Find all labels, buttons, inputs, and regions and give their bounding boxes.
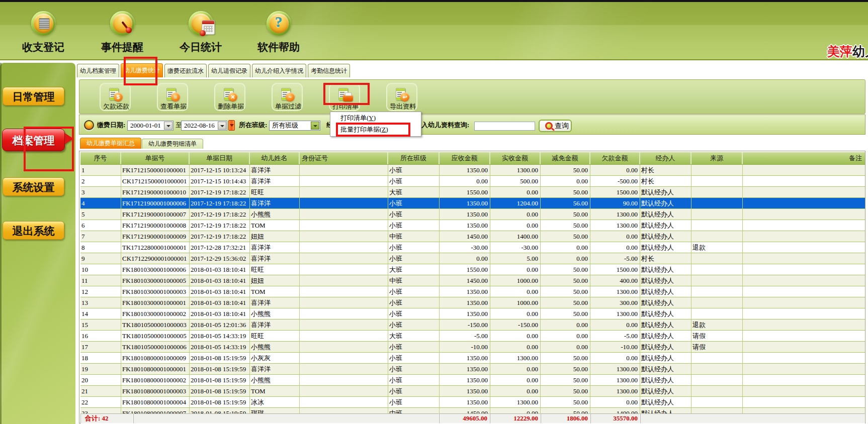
table-row[interactable]: 3FK171219000010000102017-12-19 17:18:22旺… [80, 187, 865, 198]
table-cell: FK18010300001000001 [121, 297, 190, 308]
table-cell: 大班 [388, 331, 440, 342]
table-cell: 14 [80, 308, 121, 320]
banner-shortcut[interactable]: ? 软件帮助 [248, 9, 309, 54]
table-row[interactable]: 21FK180108000010000032018-01-08 15:19:59… [80, 386, 865, 397]
table-row[interactable]: 18FK180108000010000092018-01-08 15:19:59… [80, 353, 865, 364]
table-header-cell[interactable]: 备注 [743, 152, 865, 164]
date-to-dropdown-icon[interactable] [218, 122, 226, 130]
main-tab[interactable]: 幼儿请假记录 [208, 64, 250, 77]
table-header-cell[interactable]: 单据日期 [190, 152, 250, 164]
table-row[interactable]: 14FK180103000010000022018-01-03 18:10:41… [80, 308, 865, 320]
table-row[interactable]: 20FK180108000010000022018-01-08 15:19:59… [80, 375, 865, 386]
table-row[interactable]: 19FK180108000010000012018-01-08 15:19:59… [80, 364, 865, 375]
table-cell: -5.00 [440, 331, 490, 342]
table-cell [691, 264, 743, 275]
table-cell [691, 176, 743, 187]
table-row[interactable]: 5FK171219000010000072017-12-19 17:18:22小… [80, 209, 865, 220]
table-cell: 大班 [388, 264, 440, 275]
active-arrow-icon [65, 133, 73, 144]
table-row[interactable]: 6FK171219000010000082017-12-19 17:18:22T… [80, 220, 865, 231]
toolbar-button-label: 欠款还款 [95, 102, 138, 111]
table-header-cell[interactable]: 幼儿姓名 [250, 152, 300, 164]
date-to-combo[interactable]: 2022-08-16 [181, 121, 227, 131]
sidebar-button[interactable]: 日常管理 [3, 87, 64, 105]
table-cell: FK18010300001000005 [121, 275, 190, 286]
table-cell: FK18010800001000001 [121, 364, 190, 375]
table-row[interactable]: 12FK180103000010000032018-01-03 18:10:41… [80, 286, 865, 297]
sidebar-button-label: 系统设置 [13, 181, 55, 193]
query-button[interactable]: 查询 [539, 120, 572, 132]
table-header-cell[interactable]: 减免金额 [541, 152, 590, 164]
main-tab[interactable]: 幼儿介绍入学情况 [252, 64, 306, 77]
table-header-cell[interactable]: 身份证号 [300, 152, 388, 164]
table-header-cell[interactable]: 所在班级 [388, 152, 440, 164]
main-tab[interactable]: 幼儿档案管理 [77, 64, 119, 77]
banner-shortcut[interactable]: ? 收支登记 [13, 9, 73, 54]
badge-icon [343, 94, 353, 101]
table-cell [300, 386, 388, 397]
date-filter-toggle-button[interactable] [228, 120, 235, 131]
table-header-cell[interactable]: 欠款金额 [590, 152, 640, 164]
toolbar-button[interactable]: ≡ 查看单据 [157, 83, 188, 111]
table-row[interactable]: 11FK180103000010000052018-01-03 18:10:41… [80, 275, 865, 286]
banner-shortcut[interactable]: ? 事件提醒 [92, 9, 152, 54]
table-cell: 0.00 [590, 353, 640, 364]
context-menu-item[interactable]: 打印清单(Y) [330, 112, 421, 124]
table-cell: 2018-01-08 15:19:59 [190, 353, 250, 364]
summary-cell: 12229.00 [490, 413, 541, 423]
table-header-cell[interactable]: 序号 [80, 152, 121, 164]
table-row[interactable]: 17TK180105000010000062018-01-05 14:33:19… [80, 342, 865, 353]
summary-cell: 合计: 42 [80, 413, 133, 423]
table-cell: 1300.00 [590, 386, 640, 397]
table-header-cell[interactable]: 来源 [691, 152, 743, 164]
main-tab[interactable]: 幼儿缴费统计 [121, 63, 163, 77]
table-row[interactable]: 10FK180103000010000062018-01-03 18:10:41… [80, 264, 865, 275]
toolbar-button[interactable]: ✕ 删除单据 [214, 83, 245, 111]
table-cell [300, 242, 388, 253]
toolbar-button[interactable]: ↩ 导出资料 [386, 83, 417, 111]
table-cell [743, 275, 865, 286]
class-dropdown-icon[interactable] [311, 122, 319, 130]
table-cell [743, 331, 865, 342]
table-row[interactable]: 2CK171215000010000012017-12-15 10:14:43喜… [80, 176, 865, 187]
sidebar-button[interactable]: 退出系统 [3, 221, 64, 240]
toolbar-button[interactable]: ~ 单据过滤 [272, 83, 303, 111]
table-header-cell[interactable]: 应收金额 [440, 152, 490, 164]
table-cell [300, 264, 388, 275]
search-input[interactable] [474, 122, 535, 131]
table-row[interactable]: 9CK171229000010000012017-12-29 15:36:02喜… [80, 253, 865, 264]
table-header-cell[interactable]: 实收金额 [490, 152, 541, 164]
table-row[interactable]: 4FK171219000010000062017-12-19 17:18:22喜… [80, 198, 865, 209]
sidebar-button[interactable]: 系统设置 [3, 177, 64, 196]
filter-radio-icon[interactable] [84, 120, 94, 130]
sub-tab[interactable]: 幼儿缴费单据汇总 [80, 138, 141, 149]
toolbar-button[interactable]: $ 欠款还款 [100, 83, 131, 111]
table-row[interactable]: 8TK171228000010000012017-12-28 17:32:21喜… [80, 242, 865, 253]
main-tab[interactable]: 缴费还款流水 [164, 64, 207, 77]
table-row[interactable]: 22FK180108000010000042018-01-08 15:19:59… [80, 397, 865, 408]
date-from-combo[interactable]: 2000-01-01 [127, 121, 173, 131]
date-from-dropdown-icon[interactable] [164, 122, 172, 130]
table-header-cell[interactable]: 经办人 [640, 152, 691, 164]
data-grid: 序号单据号单据日期幼儿姓名身份证号所在班级应收金额实收金额减免金额欠款金额经办人… [80, 152, 865, 423]
main-tab[interactable]: 考勤信息统计 [308, 64, 350, 77]
table-row[interactable]: 23FK180108000010000072018-01-08 15:19:59… [80, 408, 865, 413]
sidebar-button[interactable]: 档案管理 [2, 129, 65, 151]
table-row[interactable]: 7FK171219000010000092017-12-19 17:18:22妞… [80, 231, 865, 242]
badge-icon: ↩ [400, 92, 409, 101]
table-cell: 50.00 [541, 308, 590, 320]
context-menu-item[interactable]: 批量打印单据(Z) [330, 124, 421, 135]
table-header-cell[interactable]: 单据号 [121, 152, 190, 164]
class-combo[interactable]: 所有班级 [269, 121, 320, 131]
calendar-ball-icon [200, 30, 206, 36]
badge-icon: ~ [286, 92, 295, 101]
table-row[interactable]: 13FK180103000010000012018-01-03 18:10:41… [80, 297, 865, 308]
table-row[interactable]: 1FK171215000010000012017-12-15 10:13:24喜… [80, 165, 865, 176]
table-row[interactable]: 16TK180105000010000052018-01-05 14:33:19… [80, 331, 865, 342]
sub-tab[interactable]: 幼儿缴费明细清单 [142, 139, 203, 149]
sub-tab-label: 幼儿缴费单据汇总 [86, 140, 135, 147]
banner-shortcut[interactable]: ? 今日统计 [170, 9, 231, 54]
table-cell: 喜洋洋 [250, 165, 300, 176]
table-row[interactable]: 15TK180105000010000032018-01-05 12:01:36… [80, 320, 865, 331]
toolbar-button[interactable]: 打印清单 [329, 83, 360, 111]
